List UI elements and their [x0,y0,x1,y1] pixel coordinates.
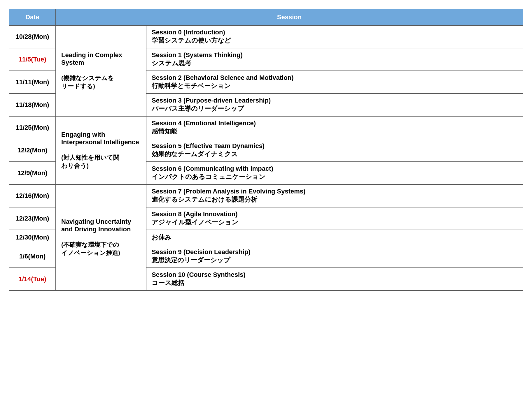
session-en: Session 3 (Purpose-driven Leadership) [152,97,271,104]
session-ja: インパクトのあるコミュニケーション [152,173,265,180]
session-en: Session 4 (Emotional Intelligence) [152,119,256,127]
session-cell: Session 9 (Decision Leadership)意思決定のリーダー… [146,245,523,268]
module-cell: Leading in Complex System(複雑なシステムをリードする) [56,25,146,116]
session-cell: Session 10 (Course Synthesis)コース総括 [146,268,523,290]
session-ja: 感情知能 [152,128,177,135]
date-cell: 12/23(Mon) [9,207,56,230]
module-cell: Navigating Uncertainty and Driving Innov… [56,184,146,290]
session-en: Session 6 (Communicating with Impact) [152,165,273,172]
date-cell: 11/11(Mon) [9,71,56,94]
date-cell: 1/14(Tue) [9,268,56,290]
module-cell: Engaging with Interpersonal Intelligence… [56,116,146,184]
date-cell: 12/2(Mon) [9,139,56,162]
session-cell: Session 8 (Agile Innovation)アジャイル型イノベーショ… [146,207,523,230]
date-cell: 12/30(Mon) [9,230,56,245]
session-cell: Session 3 (Purpose-driven Leadership)パーパ… [146,94,523,116]
date-cell: 11/25(Mon) [9,116,56,139]
session-en: Session 10 (Course Synthesis) [152,271,246,278]
session-en: Session 7 (Problem Analysis in Evolving … [152,188,305,195]
session-ja: 意思決定のリーダーシップ [152,256,230,264]
date-cell: 1/6(Mon) [9,245,56,268]
date-cell: 12/16(Mon) [9,184,56,207]
session-cell: Session 1 (Systems Thinking)システム思考 [146,48,523,71]
schedule-table: Date Session 10/28(Mon)Leading in Comple… [9,9,523,291]
session-ja: システム思考 [152,59,191,67]
module-ja: (不確実な環境下でのイノベーション推進) [61,241,120,256]
session-ja: 学習システムの使い方など [152,37,231,44]
session-ja: パーパス主導のリーダーシップ [152,105,244,112]
session-ja: 行動科学とモチベーション [152,82,231,89]
session-en: Session 8 (Agile Innovation) [152,210,238,218]
date-cell: 11/5(Tue) [9,48,56,71]
session-en: Session 2 (Behavioral Science and Motiva… [152,74,294,81]
module-ja: (複雑なシステムをリードする) [61,75,114,89]
session-cell: Session 2 (Behavioral Science and Motiva… [146,71,523,94]
module-ja: (対人知性を用いて関わり合う) [61,154,119,169]
session-cell: Session 4 (Emotional Intelligence)感情知能 [146,116,523,139]
session-en: Session 0 (Introduction) [152,29,225,36]
session-en: お休み [152,234,172,241]
session-ja: コース総括 [152,279,184,286]
date-cell: 11/18(Mon) [9,94,56,116]
session-en: Session 1 (Systems Thinking) [152,51,243,59]
session-en: Session 5 (Effective Team Dynamics) [152,142,265,149]
header-module: Session [56,9,523,25]
session-cell: お休み [146,230,523,245]
session-ja: 効果的なチームダイナミクス [152,150,238,158]
date-cell: 12/9(Mon) [9,162,56,184]
session-cell: Session 5 (Effective Team Dynamics)効果的なチ… [146,139,523,162]
session-cell: Session 0 (Introduction)学習システムの使い方など [146,25,523,48]
header-date: Date [9,9,56,25]
module-en: Leading in Complex System [61,51,122,66]
session-en: Session 9 (Decision Leadership) [152,248,251,256]
session-ja: アジャイル型イノベーション [152,219,238,226]
session-cell: Session 6 (Communicating with Impact)インパ… [146,162,523,184]
module-en: Engaging with Interpersonal Intelligence [61,131,139,146]
date-cell: 10/28(Mon) [9,25,56,48]
module-en: Navigating Uncertainty and Driving Innov… [61,218,131,233]
session-cell: Session 7 (Problem Analysis in Evolving … [146,184,523,207]
session-ja: 進化するシステムにおける課題分析 [152,196,257,203]
